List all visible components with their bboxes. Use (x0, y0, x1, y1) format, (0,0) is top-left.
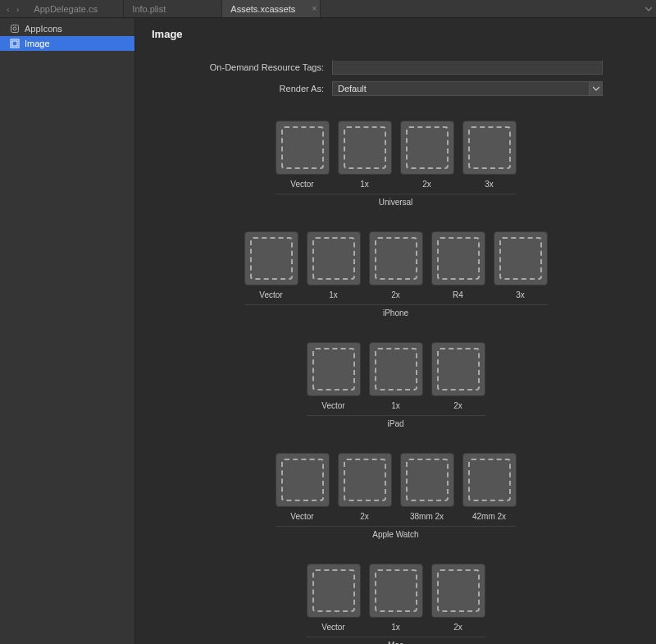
well-col: 2x (369, 231, 423, 299)
tab-assets-xcassets[interactable]: Assets.xcassets× (222, 0, 321, 17)
well-label: R4 (453, 290, 463, 299)
tags-input[interactable] (332, 60, 603, 75)
group-divider (276, 194, 517, 194)
wells-row: Vector2x38mm 2x42mm 2x (152, 453, 640, 521)
image-icon (10, 39, 20, 48)
well-col: 38mm 2x (400, 453, 454, 521)
svg-point-1 (13, 27, 16, 30)
well-col: 2x (431, 564, 485, 632)
well-label: 2x (422, 180, 431, 189)
group-title: iPhone (152, 308, 640, 317)
well-label: 2x (453, 401, 462, 410)
image-well[interactable] (431, 564, 485, 618)
image-well-placeholder (468, 126, 511, 169)
image-well[interactable] (369, 342, 423, 396)
appicon-icon (10, 24, 20, 34)
image-well-placeholder (437, 569, 480, 612)
image-well[interactable] (338, 453, 392, 507)
well-label: 1x (329, 290, 338, 299)
image-well-placeholder (406, 126, 449, 169)
image-well[interactable] (338, 121, 392, 175)
image-well[interactable] (307, 342, 361, 396)
nav-back-button[interactable]: ‹ (5, 4, 11, 14)
image-well-placeholder (437, 348, 480, 391)
image-well[interactable] (369, 231, 423, 285)
page-title: Image (152, 28, 640, 40)
group-title: Apple Watch (152, 530, 640, 539)
image-well-placeholder (344, 126, 386, 169)
image-well-placeholder (281, 459, 324, 501)
image-well[interactable] (307, 231, 361, 285)
well-label: Vector (321, 623, 344, 632)
wells-row: Vector1x2xR43x (152, 231, 640, 299)
tab-info-plist[interactable]: Info.plist (124, 0, 222, 17)
image-well-placeholder (312, 569, 355, 612)
sidebar-item-appicons[interactable]: AppIcons (0, 21, 134, 36)
group-title: Universal (152, 198, 640, 207)
well-col: Vector (244, 231, 298, 299)
nav-forward-button[interactable]: › (15, 4, 21, 14)
svg-rect-3 (12, 41, 17, 46)
well-col: Vector (276, 453, 330, 521)
tab-nav: ‹ › (0, 0, 25, 17)
well-col: 3x (494, 231, 548, 299)
image-well[interactable] (244, 231, 298, 285)
tab-appdelegate-cs[interactable]: AppDelegate.cs (25, 0, 124, 17)
well-col: 1x (338, 121, 392, 189)
image-well[interactable] (276, 121, 330, 175)
group-divider (307, 415, 485, 416)
image-well-placeholder (281, 126, 324, 169)
well-col: 1x (369, 564, 423, 632)
image-well[interactable] (400, 121, 454, 175)
sidebar-item-label: Image (25, 39, 50, 48)
well-label: Vector (290, 512, 313, 521)
image-well[interactable] (369, 564, 423, 618)
image-well[interactable] (462, 121, 517, 175)
render-select[interactable]: Default (332, 81, 603, 96)
asset-group-ipad: Vector1x2xiPad (152, 342, 640, 428)
image-well-placeholder (375, 237, 417, 280)
well-label: Vector (259, 290, 282, 299)
well-col: 2x (431, 342, 485, 410)
well-label: 38mm 2x (410, 512, 444, 521)
well-col: 2x (400, 121, 454, 189)
well-label: 3x (485, 180, 494, 189)
image-well-placeholder (250, 237, 293, 280)
asset-editor: Image On-Demand Resource Tags: Render As… (135, 18, 656, 644)
image-well[interactable] (494, 231, 548, 285)
well-col: 1x (369, 342, 423, 410)
well-label: 2x (391, 290, 400, 299)
well-col: R4 (431, 231, 485, 299)
form-row-tags: On-Demand Resource Tags: (152, 60, 640, 75)
image-well[interactable] (431, 231, 485, 285)
sidebar-item-image[interactable]: Image (0, 36, 134, 51)
well-col: 3x (462, 121, 517, 189)
image-well[interactable] (431, 342, 485, 396)
well-label: Vector (290, 180, 313, 189)
image-well-placeholder (468, 459, 511, 501)
group-divider (244, 304, 548, 305)
well-label: Vector (321, 401, 344, 410)
well-col: Vector (276, 121, 330, 189)
group-divider (307, 637, 485, 637)
asset-group-universal: Vector1x2x3xUniversal (152, 121, 640, 207)
tab-bar: ‹ › AppDelegate.csInfo.plistAssets.xcass… (0, 0, 656, 18)
asset-sidebar: AppIconsImage (0, 18, 135, 644)
close-icon[interactable]: × (312, 4, 317, 13)
wells-row: Vector1x2x (152, 564, 640, 632)
wells-row: Vector1x2x3x (152, 121, 640, 189)
image-well[interactable] (462, 453, 517, 507)
image-well-placeholder (344, 459, 386, 501)
image-well[interactable] (276, 453, 330, 507)
tab-label: AppDelegate.cs (34, 4, 98, 14)
image-well-placeholder (375, 569, 417, 612)
well-label: 42mm 2x (472, 512, 506, 521)
image-well-placeholder (499, 237, 542, 280)
well-col: 2x (338, 453, 392, 521)
image-well[interactable] (307, 564, 361, 618)
tab-overflow-button[interactable] (641, 0, 656, 17)
image-well[interactable] (400, 453, 454, 507)
well-label: 3x (516, 290, 525, 299)
image-well-placeholder (437, 237, 480, 280)
sidebar-item-label: AppIcons (25, 24, 62, 34)
